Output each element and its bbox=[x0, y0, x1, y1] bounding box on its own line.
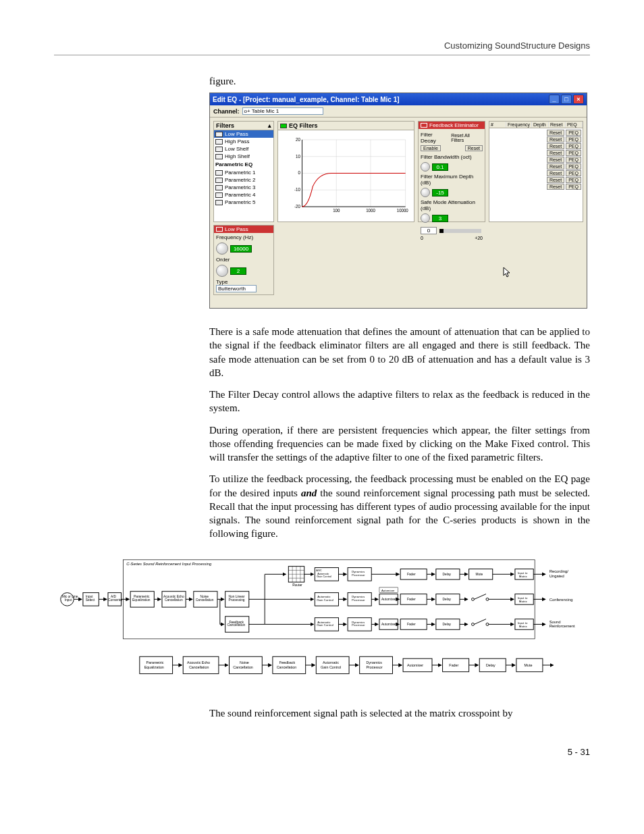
filter-label: Parametric 3 bbox=[225, 184, 255, 190]
maxdepth-knob[interactable] bbox=[421, 188, 430, 197]
filter-icon bbox=[216, 227, 223, 232]
reset-row-button[interactable]: Reset bbox=[547, 143, 564, 149]
bandwidth-knob[interactable] bbox=[421, 162, 430, 172]
eq-graph[interactable]: 20 10 0 -10 -20 100 1000 10000 bbox=[278, 130, 414, 221]
svg-text:FeedbackCancellation: FeedbackCancellation bbox=[277, 660, 297, 669]
filter-label: Parametric EQ bbox=[215, 161, 252, 167]
paragraph-5: The sound reinforcement signal path is s… bbox=[209, 706, 590, 720]
peq-row-button[interactable]: PEQ bbox=[566, 143, 581, 149]
filter-table-row: ResetPEQ bbox=[491, 157, 581, 163]
peq-row-button[interactable]: PEQ bbox=[566, 130, 581, 136]
freq-value[interactable]: 16000 bbox=[230, 245, 252, 253]
svg-text:NoiseCancellation: NoiseCancellation bbox=[196, 595, 214, 602]
p4-emphasis: and bbox=[301, 488, 317, 498]
close-button[interactable]: × bbox=[573, 95, 584, 104]
filter-item-high-shelf[interactable]: High Shelf bbox=[214, 153, 273, 160]
input-label: Mic or LineInput bbox=[62, 595, 78, 602]
reset-row-button[interactable]: Reset bbox=[547, 130, 564, 136]
reset-row-button[interactable]: Reset bbox=[547, 150, 564, 156]
svg-text:Mute: Mute bbox=[525, 662, 533, 667]
paragraph-3: During operation, if there are persisten… bbox=[209, 423, 590, 465]
window-titlebar: Edit EQ - [Project: manual_example, Chan… bbox=[210, 93, 587, 105]
paragraph-2: The Filter Decay control allows the adap… bbox=[209, 388, 590, 415]
safemode-value[interactable]: 3 bbox=[432, 215, 448, 222]
reset-row-button[interactable]: Reset bbox=[547, 177, 564, 183]
svg-text:10000: 10000 bbox=[397, 208, 408, 213]
reset-row-button[interactable]: Reset bbox=[547, 184, 564, 190]
svg-text:20: 20 bbox=[296, 137, 300, 142]
svg-text:Automixer: Automixer bbox=[407, 662, 423, 667]
svg-point-115 bbox=[472, 623, 475, 625]
order-knob[interactable] bbox=[216, 265, 228, 277]
filters-list[interactable]: Low Pass High Pass Low Shelf High Shelf … bbox=[214, 130, 273, 206]
svg-line-116 bbox=[474, 619, 486, 624]
peq-row-button[interactable]: PEQ bbox=[566, 150, 581, 156]
channel-label: Channel: bbox=[213, 108, 240, 115]
type-select[interactable]: Butterworth bbox=[216, 285, 257, 292]
filter-table-row: ResetPEQ bbox=[491, 150, 581, 156]
svg-text:100: 100 bbox=[333, 208, 340, 213]
maxdepth-label: Filter Maximum Depth (dB) bbox=[421, 174, 483, 186]
filter-icon bbox=[215, 132, 223, 137]
peq-row-button[interactable]: PEQ bbox=[566, 136, 581, 142]
svg-text:10: 10 bbox=[296, 153, 300, 158]
filter-item-low-shelf[interactable]: Low Shelf bbox=[214, 145, 273, 153]
reset-button[interactable]: Reset bbox=[465, 145, 483, 151]
safemode-label: Safe Mode Attenuation (dB) bbox=[421, 199, 483, 211]
svg-text:Delay: Delay bbox=[443, 623, 452, 626]
filter-icon bbox=[215, 200, 223, 205]
filter-item-parametric-3[interactable]: Parametric 3 bbox=[214, 184, 273, 191]
svg-text:Mute: Mute bbox=[475, 573, 483, 576]
filter-item-high-pass[interactable]: High Pass bbox=[214, 138, 273, 145]
filter-decay-label: Filter Decay bbox=[421, 132, 448, 144]
filters-panel: Filters▴ Low Pass High Pass Low Shelf Hi… bbox=[213, 121, 274, 222]
svg-text:0: 0 bbox=[298, 170, 300, 175]
peq-row-button[interactable]: PEQ bbox=[566, 170, 581, 176]
maximize-button[interactable]: □ bbox=[561, 95, 572, 104]
reset-row-button[interactable]: Reset bbox=[547, 163, 564, 170]
filter-item-parametric-2[interactable]: Parametric 2 bbox=[214, 176, 273, 184]
channel-select[interactable]: o+ Table Mic 1 bbox=[242, 107, 323, 115]
reset-row-button[interactable]: Reset bbox=[547, 170, 564, 176]
bandwidth-value[interactable]: 0.1 bbox=[432, 163, 448, 171]
col-freq: Frequency bbox=[506, 122, 532, 128]
freq-knob[interactable] bbox=[216, 242, 228, 255]
peq-row-button[interactable]: PEQ bbox=[566, 163, 581, 170]
lowpass-title-label: Low Pass bbox=[225, 226, 248, 232]
reset-row-button[interactable]: Reset bbox=[547, 157, 564, 163]
filter-icon bbox=[215, 185, 223, 190]
filter-table-row: ResetPEQ bbox=[491, 143, 581, 149]
paragraph-1: There is a safe mode attenuation that de… bbox=[209, 325, 590, 380]
filter-item-low-pass[interactable]: Low Pass bbox=[214, 130, 273, 138]
reset-row-button[interactable]: Reset bbox=[547, 136, 564, 142]
maxdepth-value[interactable]: -15 bbox=[432, 189, 448, 197]
filter-label: Parametric 4 bbox=[225, 192, 255, 198]
peq-row-button[interactable]: PEQ bbox=[566, 177, 581, 183]
safemode-knob[interactable] bbox=[421, 213, 430, 223]
filter-item-parametric-1[interactable]: Parametric 1 bbox=[214, 169, 273, 176]
svg-text:Delay: Delay bbox=[443, 573, 452, 576]
svg-text:InputSelect: InputSelect bbox=[86, 595, 95, 602]
svg-point-91 bbox=[472, 598, 475, 600]
svg-text:Delay: Delay bbox=[486, 662, 495, 667]
peq-row-button[interactable]: PEQ bbox=[566, 184, 581, 190]
filter-table-row: ResetPEQ bbox=[491, 184, 581, 190]
filter-item-parametric-4[interactable]: Parametric 4 bbox=[214, 191, 273, 199]
svg-text:Recording/Ungated: Recording/Ungated bbox=[549, 569, 569, 578]
lowpass-panel: Low Pass Frequency (Hz) 16000 Order 2 Ty… bbox=[213, 225, 274, 295]
enable-button[interactable]: Enable bbox=[421, 145, 441, 151]
peq-row-button[interactable]: PEQ bbox=[566, 157, 581, 163]
filter-label: Parametric 5 bbox=[225, 199, 255, 205]
svg-text:NoiseCancellation: NoiseCancellation bbox=[233, 660, 253, 669]
freq-label: Frequency (Hz) bbox=[216, 234, 271, 240]
scroll-up-icon[interactable]: ▴ bbox=[268, 122, 271, 129]
feedback-eliminator-panel: Feedback Eliminator Filter Decay Reset A… bbox=[418, 121, 485, 222]
order-value[interactable]: 2 bbox=[230, 267, 246, 275]
channel-toolbar: Channel: o+ Table Mic 1 bbox=[210, 105, 587, 118]
svg-text:Acoustic EchoCancellation: Acoustic EchoCancellation bbox=[187, 660, 210, 669]
minimize-button[interactable]: _ bbox=[549, 95, 560, 104]
filter-label: Low Pass bbox=[225, 131, 248, 137]
lowpass-title: Low Pass bbox=[214, 226, 273, 233]
filter-item-parametric-5[interactable]: Parametric 5 bbox=[214, 199, 273, 206]
svg-text:A/DConverter: A/DConverter bbox=[108, 595, 123, 602]
